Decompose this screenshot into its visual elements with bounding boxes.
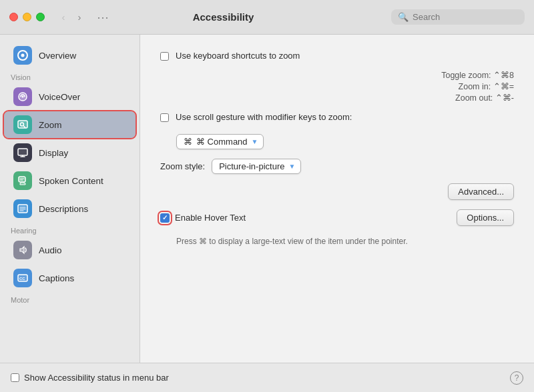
search-input[interactable] [413,12,513,22]
captions-label: Captions [39,273,74,283]
zoom-style-value: Picture-in-picture [219,161,284,171]
audio-label: Audio [39,245,62,255]
overview-label: Overview [39,51,76,61]
svg-rect-6 [18,149,27,155]
toggle-zoom-shortcut: Toggle zoom: ⌃⌘8 [176,70,514,80]
svg-point-1 [21,54,25,57]
zoom-style-row: Zoom style: Picture-in-picture ▼ [160,159,514,174]
hover-text-left: Enable Hover Text [160,213,457,223]
accessibility-status-label: Show Accessibility status in menu bar [24,373,169,383]
bottom-bar: Show Accessibility status in menu bar ? [0,363,534,392]
hover-text-label: Enable Hover Text [175,213,246,223]
hover-text-row: Enable Hover Text Options... [160,209,514,226]
main-content: Overview Vision VoiceOver Zoom [0,35,534,363]
help-button[interactable]: ? [510,371,523,385]
captions-icon: CC [13,269,32,287]
display-label: Display [39,148,68,158]
sidebar-item-audio[interactable]: Audio [4,237,136,263]
sidebar-item-captions[interactable]: CC Captions [4,265,136,291]
keyboard-shortcuts-checkbox[interactable] [160,52,169,61]
sidebar-item-zoom[interactable]: Zoom [4,111,136,138]
svg-rect-9 [19,177,25,182]
sidebar-item-voiceover[interactable]: VoiceOver [4,83,136,110]
zoom-style-label: Zoom style: [160,161,205,171]
svg-point-2 [22,96,24,98]
hover-description: Press ⌘ to display a large-text view of … [176,237,514,246]
motor-section-label: Motor [0,292,140,305]
scroll-gesture-checkbox[interactable] [160,113,169,122]
hover-text-checkbox[interactable] [160,213,170,223]
sidebar-item-display[interactable]: Display [4,139,136,166]
scroll-gesture-label: Use scroll gesture with modifier keys to… [176,112,352,122]
window-title: Accessibility [55,11,391,23]
zoom-out-shortcut: Zoom out: ⌃⌘- [176,93,514,103]
right-panel: Use keyboard shortcuts to zoom Toggle zo… [140,35,534,363]
audio-icon [13,241,32,259]
voiceover-icon [13,87,32,106]
descriptions-icon [13,199,32,218]
shortcut-info: Toggle zoom: ⌃⌘8 Zoom in: ⌃⌘= Zoom out: … [176,70,514,103]
command-dropdown-arrow: ▼ [252,138,258,145]
spoken-content-icon [13,171,32,190]
voiceover-label: VoiceOver [39,92,80,102]
sidebar-item-descriptions[interactable]: Descriptions [4,195,136,222]
hearing-section-label: Hearing [0,223,140,236]
advanced-row: Advanced... [160,183,514,200]
status-bar-checkbox-row: Show Accessibility status in menu bar [11,373,169,383]
advanced-button[interactable]: Advanced... [448,183,514,200]
zoom-in-shortcut: Zoom in: ⌃⌘= [176,81,514,91]
svg-rect-3 [18,121,27,128]
scroll-gesture-row: Use scroll gesture with modifier keys to… [160,112,514,122]
modifier-row: ⌘ ⌘ Command ▼ [176,134,514,149]
command-label: ⌘ Command [196,137,248,147]
sidebar: Overview Vision VoiceOver Zoom [0,35,140,363]
zoom-icon [13,115,32,134]
titlebar: ‹ › ⋯ Accessibility 🔍 [0,0,534,35]
maximize-button[interactable] [36,13,45,21]
descriptions-label: Descriptions [39,204,88,214]
zoom-style-dropdown[interactable]: Picture-in-picture ▼ [212,159,301,174]
modifier-dropdown[interactable]: ⌘ ⌘ Command ▼ [176,134,264,149]
minimize-button[interactable] [23,13,31,21]
command-symbol: ⌘ [184,137,192,147]
zoom-label: Zoom [39,120,62,130]
sidebar-item-overview[interactable]: Overview [4,42,136,69]
options-button[interactable]: Options... [457,209,514,226]
display-icon [13,143,32,162]
keyboard-shortcuts-label: Use keyboard shortcuts to zoom [176,51,300,61]
close-button[interactable] [9,13,18,21]
traffic-lights [9,13,45,21]
search-box[interactable]: 🔍 [391,9,525,25]
spoken-content-label: Spoken Content [39,176,103,186]
svg-text:CC: CC [19,277,25,281]
accessibility-status-checkbox[interactable] [11,373,19,382]
sidebar-item-spoken-content[interactable]: Spoken Content [4,167,136,194]
keyboard-shortcuts-row: Use keyboard shortcuts to zoom [160,51,514,61]
overview-icon [13,46,32,65]
vision-section-label: Vision [0,69,140,83]
zoom-style-arrow: ▼ [288,163,295,170]
search-icon: 🔍 [398,12,409,22]
